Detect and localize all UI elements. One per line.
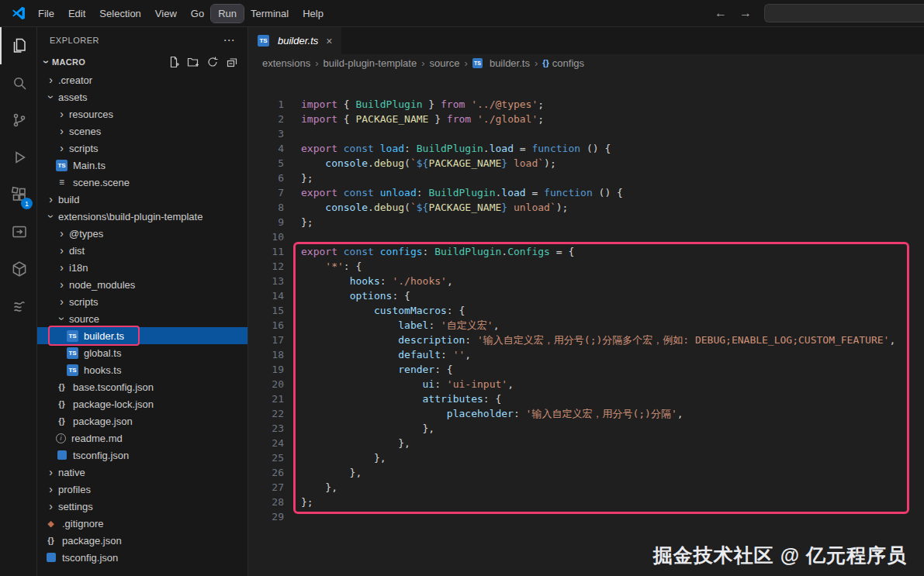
menu-file[interactable]: File (31, 5, 61, 22)
code-line[interactable]: 24 }, (248, 436, 924, 450)
scene-file-icon: ≡ (56, 177, 67, 188)
breadcrumb-source[interactable]: source (430, 57, 460, 69)
code-line[interactable]: 14 options: { (248, 288, 924, 303)
new-folder-icon[interactable] (187, 56, 199, 68)
code-line[interactable]: 9}; (248, 215, 924, 229)
file-item-tsconfig.json[interactable]: tsconfig.json (37, 549, 247, 566)
file-item-scene.scene[interactable]: ≡scene.scene (37, 174, 247, 191)
new-file-icon[interactable] (168, 56, 180, 68)
code-line[interactable]: 19 render: { (248, 362, 924, 377)
code-line[interactable]: 6}; (248, 171, 924, 185)
menu-edit[interactable]: Edit (61, 5, 92, 22)
code-editor[interactable]: 1import { BuildPlugin } from '../@types'… (248, 71, 924, 576)
code-line[interactable]: 13 hooks: './hooks', (248, 274, 924, 288)
folder-item-scripts[interactable]: ›scripts (37, 293, 247, 310)
file-item-builder.ts[interactable]: TSbuilder.ts (37, 327, 247, 344)
code-line[interactable]: 22 placeholder: '输入自定义宏，用分号(;)分隔', (248, 406, 924, 421)
line-number: 25 (248, 450, 284, 465)
item-label: node_modules (69, 279, 135, 291)
explorer-icon[interactable] (0, 27, 36, 64)
folder-item-scripts[interactable]: ›scripts (37, 140, 247, 157)
file-item-base.tsconfig.json[interactable]: {}base.tsconfig.json (37, 378, 247, 395)
code-line[interactable]: 15 customMacros: { (248, 303, 924, 318)
workspace-section-header[interactable]: › MACRO (37, 53, 247, 71)
folder-item-native[interactable]: ›native (37, 464, 247, 481)
forward-arrow-icon[interactable]: → (739, 6, 752, 20)
code-line[interactable]: 29 (248, 509, 924, 524)
back-arrow-icon[interactable]: ← (715, 6, 727, 20)
code-line[interactable]: 26 }, (248, 465, 924, 480)
search-icon[interactable] (0, 64, 36, 102)
folder-item-node-modules[interactable]: ›node_modules (37, 276, 247, 293)
code-line[interactable]: 27 }, (248, 480, 924, 495)
breadcrumb-builder.ts[interactable]: TSbuilder.ts (472, 57, 530, 69)
folder-item-settings[interactable]: ›settings (37, 498, 247, 515)
file-item-package-lock.json[interactable]: {}package-lock.json (37, 395, 247, 412)
more-actions-icon[interactable]: ⋯ (223, 33, 236, 47)
tsconfig-file-icon (47, 553, 56, 562)
refresh-icon[interactable] (206, 56, 219, 68)
close-tab-icon[interactable]: × (326, 35, 332, 47)
menu-help[interactable]: Help (296, 5, 330, 22)
folder-item-profiles[interactable]: ›profiles (37, 481, 247, 498)
export-panel-icon[interactable] (0, 213, 36, 250)
source-control-icon[interactable] (0, 102, 36, 139)
waves-icon[interactable] (0, 288, 36, 325)
tab-builder-ts[interactable]: TS builder.ts × (248, 27, 341, 54)
menu-selection[interactable]: Selection (92, 5, 147, 22)
menu-view[interactable]: View (148, 5, 184, 22)
folder-item-i18n[interactable]: ›i18n (37, 259, 247, 276)
tab-bar: TS builder.ts × (248, 27, 924, 54)
folder-item-source[interactable]: ›source (37, 310, 247, 327)
code-line[interactable]: 10 (248, 229, 924, 244)
code-line[interactable]: 1import { BuildPlugin } from '../@types'… (248, 97, 924, 112)
cube-icon[interactable] (0, 250, 36, 288)
folder-item-resources[interactable]: ›resources (37, 105, 247, 122)
menu-run[interactable]: Run (211, 5, 244, 22)
code-line[interactable]: 16 label: '自定义宏', (248, 318, 924, 333)
code-line[interactable]: 25 }, (248, 450, 924, 465)
code-line[interactable]: 7export const unload: BuildPlugin.load =… (248, 185, 924, 200)
folder-item-scenes[interactable]: ›scenes (37, 122, 247, 140)
code-line[interactable]: 28}; (248, 495, 924, 509)
file-item-tsconfig.json[interactable]: tsconfig.json (37, 447, 247, 464)
collapse-all-icon[interactable] (226, 56, 238, 68)
folder-item-@types[interactable]: ›@types (37, 225, 247, 242)
code-line[interactable]: 23 }, (248, 421, 924, 436)
item-label: resources (69, 109, 113, 120)
breadcrumb-separator-icon: › (315, 57, 318, 69)
item-label: base.tsconfig.json (73, 381, 154, 393)
code-line[interactable]: 18 default: '', (248, 347, 924, 362)
menu-terminal[interactable]: Terminal (244, 5, 296, 22)
extensions-icon[interactable]: 1 (0, 176, 36, 213)
folder-item-.creator[interactable]: ›.creator (37, 71, 247, 88)
folder-item-build[interactable]: ›build (37, 191, 247, 208)
command-center-searchbox[interactable] (764, 4, 924, 22)
file-item-readme.md[interactable]: ireadme.md (37, 429, 247, 447)
file-item-package.json[interactable]: {}package.json (37, 532, 247, 549)
code-line[interactable]: 11export const configs: BuildPlugin.Conf… (248, 244, 924, 259)
folder-item-extensions-build-plugin-template[interactable]: ›extensions\build-plugin-template (37, 208, 247, 225)
folder-item-dist[interactable]: ›dist (37, 242, 247, 259)
code-line[interactable]: 4export const load: BuildPlugin.load = f… (248, 141, 924, 156)
breadcrumb-configs[interactable]: {}configs (542, 57, 584, 69)
code-line[interactable]: 17 description: '输入自定义宏，用分号(;)分隔多个宏，例如: … (248, 333, 924, 347)
run-and-debug-icon[interactable] (0, 139, 36, 176)
code-line[interactable]: 8 console.debug(`${PACKAGE_NAME} unload`… (248, 200, 924, 215)
breadcrumb-extensions[interactable]: extensions (262, 57, 310, 69)
folder-item-assets[interactable]: ›assets (37, 88, 247, 105)
file-item-main.ts[interactable]: TSMain.ts (37, 157, 247, 174)
code-line[interactable]: 20 ui: 'ui-input', (248, 377, 924, 391)
line-number: 6 (248, 171, 284, 185)
file-item-package.json[interactable]: {}package.json (37, 412, 247, 429)
breadcrumb-build-plugin-template[interactable]: build-plugin-template (324, 57, 417, 69)
code-line[interactable]: 12 '*': { (248, 259, 924, 274)
file-item-global.ts[interactable]: TSglobal.ts (37, 344, 247, 361)
code-line[interactable]: 21 attributes: { (248, 391, 924, 406)
code-line[interactable]: 3 (248, 126, 924, 141)
file-item-.gitignore[interactable]: ◆.gitignore (37, 515, 247, 532)
code-line[interactable]: 5 console.debug(`${PACKAGE_NAME} load`); (248, 156, 924, 171)
code-line[interactable]: 2import { PACKAGE_NAME } from './global'… (248, 112, 924, 126)
file-item-hooks.ts[interactable]: TShooks.ts (37, 361, 247, 378)
menu-go[interactable]: Go (184, 5, 211, 22)
